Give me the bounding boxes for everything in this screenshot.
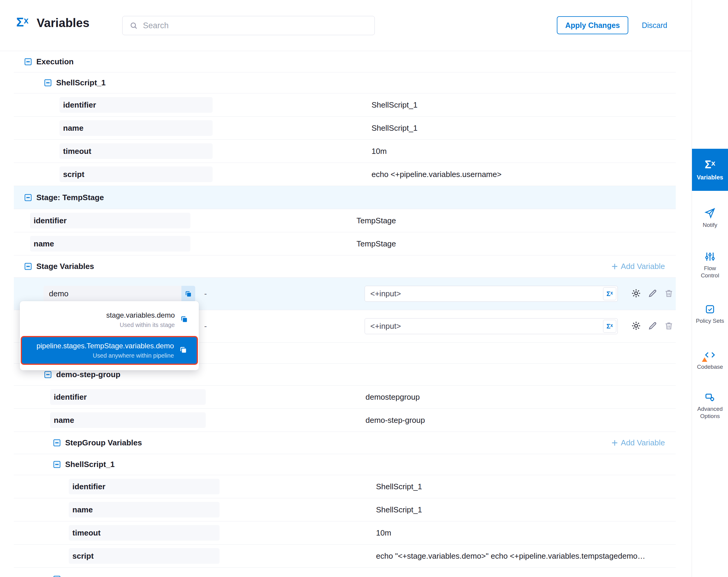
- collapse-icon[interactable]: [53, 461, 60, 468]
- reference-option-stage-scope[interactable]: stage.variables.demo Used within its sta…: [20, 306, 199, 333]
- right-sidebar: Σˣ Variables Notify Flow Control Policy …: [692, 0, 728, 577]
- copy-icon[interactable]: [181, 286, 195, 302]
- section-label: demo-step-group: [56, 370, 121, 379]
- collapse-icon[interactable]: [25, 263, 31, 270]
- edit-icon[interactable]: [648, 288, 657, 299]
- kv-row-name: name TempStage: [14, 232, 676, 255]
- edit-icon[interactable]: [648, 321, 657, 332]
- kv-row-identifier: identifier ShellScript_1: [14, 475, 676, 498]
- reference-option-pipeline-scope[interactable]: pipeline.stages.TempStage.variables.demo…: [21, 336, 198, 365]
- search-input[interactable]: [143, 21, 353, 30]
- key-label: script: [63, 170, 84, 179]
- collapse-icon[interactable]: [53, 576, 60, 577]
- delete-icon[interactable]: [664, 288, 674, 299]
- section-row-shellscript1: ShellScript_1: [14, 72, 676, 94]
- add-variable-button[interactable]: + Add Variable: [612, 437, 665, 448]
- key-pill: timeout: [59, 143, 213, 159]
- checkbox-check-icon: [705, 304, 716, 315]
- sidebar-item-variables[interactable]: Σˣ Variables: [692, 149, 728, 191]
- sidebar-item-policy-sets[interactable]: Policy Sets: [692, 296, 728, 332]
- sidebar-item-advanced-options[interactable]: Advanced Options: [692, 388, 728, 424]
- value-text: echo <+pipeline.variables.username>: [371, 170, 501, 179]
- reference-path: stage.variables.demo: [106, 311, 175, 320]
- plus-icon: +: [612, 437, 618, 448]
- sidebar-item-codebase[interactable]: Codebase: [692, 346, 728, 374]
- key-pill: script: [59, 167, 213, 182]
- variable-value-input[interactable]: <+input> Σˣ: [365, 318, 618, 334]
- value-text: demo-step-group: [365, 416, 425, 425]
- sliders-icon: [705, 251, 716, 262]
- section-row-execution: Execution: [14, 51, 676, 72]
- top-header: Σˣ Variables Apply Changes Discard: [0, 0, 692, 51]
- key-label: timeout: [72, 528, 101, 537]
- settings-icon[interactable]: [631, 321, 641, 332]
- reference-path: pipeline.stages.TempStage.variables.demo: [36, 342, 174, 350]
- section-row-partial: [14, 568, 676, 577]
- variable-value-input[interactable]: <+input> Σˣ: [365, 286, 618, 302]
- copy-icon[interactable]: [179, 345, 188, 355]
- kv-row-identifier: identifier TempStage: [14, 209, 676, 232]
- variable-name: demo: [49, 289, 69, 298]
- expression-button[interactable]: Σˣ: [603, 287, 616, 300]
- value-text: ShellScript_1: [371, 124, 417, 133]
- gear-icon: [705, 392, 716, 403]
- collapse-icon[interactable]: [45, 79, 51, 86]
- expression-button[interactable]: Σˣ: [603, 320, 616, 333]
- key-label: script: [72, 551, 94, 561]
- sidebar-item-flow-control[interactable]: Flow Control: [692, 247, 728, 283]
- page-title: Variables: [37, 16, 89, 30]
- paper-plane-icon: [704, 207, 716, 219]
- key-pill: identifier: [50, 389, 206, 405]
- key-pill: timeout: [69, 525, 219, 541]
- search-icon: [129, 21, 138, 30]
- search-box[interactable]: [122, 16, 375, 35]
- key-pill: script: [69, 548, 219, 564]
- key-label: name: [54, 416, 74, 425]
- sidebar-item-label: Codebase: [697, 363, 723, 371]
- kv-row-identifier: identifier ShellScript_1: [14, 94, 676, 117]
- discard-button[interactable]: Discard: [642, 16, 667, 34]
- sidebar-item-label: Advanced Options: [694, 405, 726, 420]
- section-label: ShellScript_1: [65, 460, 115, 469]
- key-pill: identifier: [69, 479, 219, 494]
- key-label: name: [34, 239, 54, 249]
- sidebar-item-label: Notify: [703, 222, 718, 229]
- section-label: Stage Variables: [36, 262, 94, 271]
- sidebar-item-label: Variables: [697, 174, 723, 181]
- value-text: demostepgroup: [365, 393, 420, 402]
- section-label: ShellScript_1: [56, 78, 106, 87]
- key-label: name: [72, 505, 93, 515]
- delete-icon[interactable]: [664, 321, 674, 332]
- settings-icon[interactable]: [631, 288, 641, 300]
- value-text: TempStage: [357, 216, 396, 225]
- variable-name-field[interactable]: demo: [44, 286, 195, 302]
- add-variable-button[interactable]: + Add Variable: [612, 261, 665, 272]
- key-label: identifier: [34, 216, 67, 225]
- key-label: name: [63, 124, 83, 133]
- collapse-icon[interactable]: [45, 371, 51, 378]
- kv-row-script: script echo "<+stage.variables.demo>" ec…: [14, 545, 676, 568]
- collapse-icon[interactable]: [25, 58, 31, 65]
- variables-sigma-icon: Σˣ: [16, 15, 28, 29]
- variables-sigma-icon: Σˣ: [705, 158, 716, 171]
- key-pill: name: [69, 502, 219, 518]
- value-text: 10m: [371, 147, 387, 156]
- key-pill: name: [59, 120, 213, 136]
- key-pill: name: [30, 236, 190, 252]
- variable-value: <+input>: [370, 289, 401, 298]
- value-text: ShellScript_1: [371, 100, 417, 110]
- kv-row-identifier: identifier demostepgroup: [14, 385, 676, 409]
- required-dash: -: [204, 289, 207, 298]
- sidebar-item-notify[interactable]: Notify: [692, 204, 728, 231]
- apply-changes-button[interactable]: Apply Changes: [557, 16, 628, 34]
- collapse-icon[interactable]: [25, 194, 31, 201]
- collapse-icon[interactable]: [53, 440, 60, 446]
- copy-icon[interactable]: [180, 315, 189, 325]
- required-dash: -: [204, 322, 207, 331]
- add-variable-label: Add Variable: [621, 438, 665, 448]
- section-label: StepGroup Variables: [65, 438, 142, 448]
- kv-row-timeout: timeout 10m: [14, 521, 676, 545]
- key-label: identifier: [72, 482, 105, 491]
- code-brackets-icon: [704, 349, 716, 361]
- plus-icon: +: [612, 261, 618, 272]
